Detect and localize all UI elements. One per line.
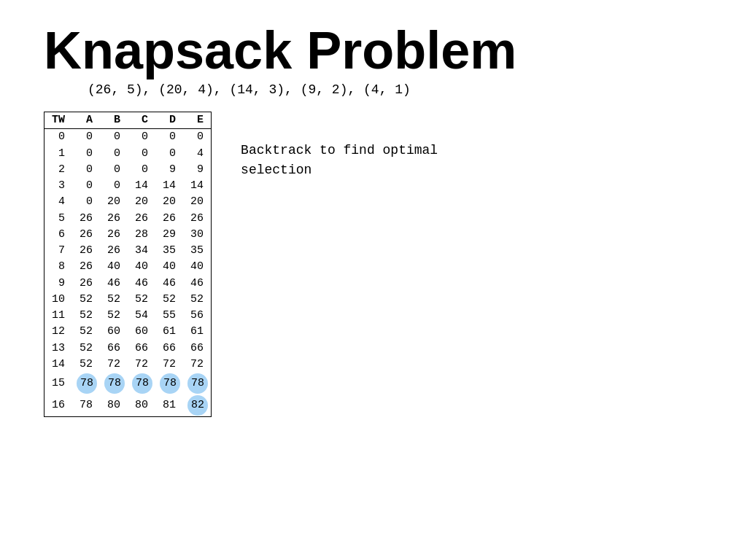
- cell-b-14: 72: [100, 357, 128, 373]
- col-a: A: [72, 112, 100, 129]
- cell-b-2: 0: [100, 162, 128, 178]
- cell-a-5: 26: [72, 211, 100, 227]
- cell-c-12: 60: [128, 324, 155, 340]
- cell-tw-0: 0: [44, 129, 73, 146]
- cell-d-9: 46: [155, 276, 183, 292]
- col-tw: TW: [44, 112, 73, 129]
- table-row: 82640404040: [44, 259, 212, 275]
- subtitle: (26, 5), (20, 4), (14, 3), (9, 2), (4, 1…: [88, 82, 703, 97]
- cell-c-0: 0: [128, 129, 155, 146]
- backtrack-line2: selection: [241, 160, 438, 180]
- cell-a-10: 52: [72, 292, 100, 308]
- table-row: 62626282930: [44, 227, 212, 243]
- cell-tw-3: 3: [44, 178, 73, 194]
- cell-e-14: 72: [183, 357, 212, 373]
- cell-tw-9: 9: [44, 276, 73, 292]
- cell-e-12: 61: [183, 324, 212, 340]
- col-e: E: [183, 112, 212, 129]
- cell-tw-10: 10: [44, 292, 73, 308]
- table-row: 72626343535: [44, 243, 212, 259]
- cell-c-6: 28: [128, 227, 155, 243]
- table-row: 4020202020: [44, 194, 212, 210]
- cell-d-7: 35: [155, 243, 183, 259]
- table-row: 167880808182: [44, 394, 212, 417]
- cell-tw-1: 1: [44, 146, 73, 162]
- cell-a-15: 78: [72, 373, 100, 394]
- cell-e-1: 4: [183, 146, 212, 162]
- cell-d-5: 26: [155, 211, 183, 227]
- cell-e-6: 30: [183, 227, 212, 243]
- cell-d-11: 55: [155, 308, 183, 324]
- table-row: 105252525252: [44, 292, 212, 308]
- cell-tw-7: 7: [44, 243, 73, 259]
- cell-c-2: 0: [128, 162, 155, 178]
- cell-tw-15: 15: [44, 373, 73, 394]
- cell-c-5: 26: [128, 211, 155, 227]
- cell-d-16: 81: [155, 394, 183, 417]
- cell-d-15: 78: [155, 373, 183, 394]
- table-row: 135266666666: [44, 341, 212, 357]
- cell-e-0: 0: [183, 129, 212, 146]
- table-row: 100004: [44, 146, 212, 162]
- knapsack-table: TW A B C D E 000000100004200099300141414…: [44, 112, 212, 417]
- table-row: 125260606161: [44, 324, 212, 340]
- cell-d-14: 72: [155, 357, 183, 373]
- cell-e-8: 40: [183, 259, 212, 275]
- cell-b-11: 52: [100, 308, 128, 324]
- cell-b-6: 26: [100, 227, 128, 243]
- col-c: C: [128, 112, 155, 129]
- cell-c-7: 34: [128, 243, 155, 259]
- cell-tw-4: 4: [44, 194, 73, 210]
- content-area: TW A B C D E 000000100004200099300141414…: [44, 112, 703, 417]
- cell-c-10: 52: [128, 292, 155, 308]
- cell-tw-11: 11: [44, 308, 73, 324]
- cell-tw-8: 8: [44, 259, 73, 275]
- table-header-row: TW A B C D E: [44, 112, 212, 129]
- cell-d-1: 0: [155, 146, 183, 162]
- cell-b-0: 0: [100, 129, 128, 146]
- cell-b-13: 66: [100, 341, 128, 357]
- cell-b-3: 0: [100, 178, 128, 194]
- cell-a-4: 0: [72, 194, 100, 210]
- col-d: D: [155, 112, 183, 129]
- cell-d-13: 66: [155, 341, 183, 357]
- cell-a-14: 52: [72, 357, 100, 373]
- cell-e-15: 78: [183, 373, 212, 394]
- cell-c-16: 80: [128, 394, 155, 417]
- cell-d-10: 52: [155, 292, 183, 308]
- cell-c-9: 46: [128, 276, 155, 292]
- page: Knapsack Problem (26, 5), (20, 4), (14, …: [0, 0, 747, 560]
- table-row: 157878787878: [44, 373, 212, 394]
- cell-a-8: 26: [72, 259, 100, 275]
- cell-b-7: 26: [100, 243, 128, 259]
- cell-b-9: 46: [100, 276, 128, 292]
- cell-a-16: 78: [72, 394, 100, 417]
- page-title: Knapsack Problem: [44, 22, 703, 79]
- cell-e-4: 20: [183, 194, 212, 210]
- cell-tw-12: 12: [44, 324, 73, 340]
- cell-d-4: 20: [155, 194, 183, 210]
- cell-d-3: 14: [155, 178, 183, 194]
- cell-c-13: 66: [128, 341, 155, 357]
- table-row: 000000: [44, 129, 212, 146]
- cell-tw-16: 16: [44, 394, 73, 417]
- cell-e-5: 26: [183, 211, 212, 227]
- cell-d-12: 61: [155, 324, 183, 340]
- cell-c-11: 54: [128, 308, 155, 324]
- cell-e-11: 56: [183, 308, 212, 324]
- cell-d-2: 9: [155, 162, 183, 178]
- cell-c-1: 0: [128, 146, 155, 162]
- cell-a-0: 0: [72, 129, 100, 146]
- cell-d-8: 40: [155, 259, 183, 275]
- table-container: TW A B C D E 000000100004200099300141414…: [44, 112, 212, 417]
- backtrack-line1: Backtrack to find optimal: [241, 141, 438, 160]
- cell-a-9: 26: [72, 276, 100, 292]
- cell-tw-6: 6: [44, 227, 73, 243]
- cell-b-15: 78: [100, 373, 128, 394]
- cell-tw-13: 13: [44, 341, 73, 357]
- cell-a-1: 0: [72, 146, 100, 162]
- cell-c-3: 14: [128, 178, 155, 194]
- cell-tw-5: 5: [44, 211, 73, 227]
- cell-e-3: 14: [183, 178, 212, 194]
- cell-b-4: 20: [100, 194, 128, 210]
